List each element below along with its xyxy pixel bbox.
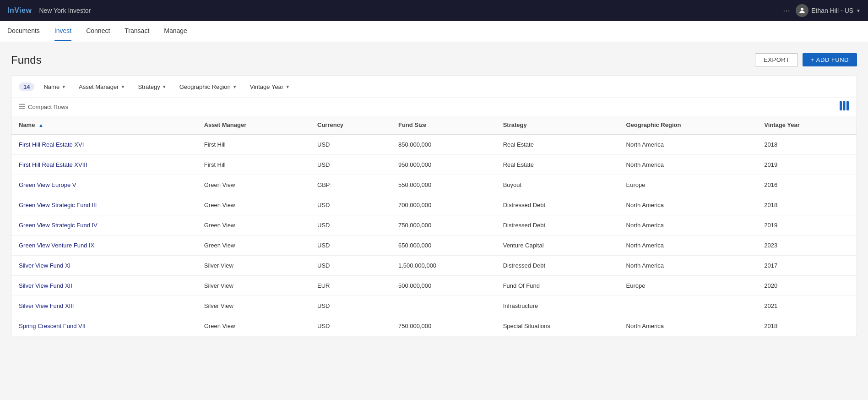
col-header-fund-size[interactable]: Fund Size <box>391 116 496 134</box>
cell-strategy: Buyout <box>496 175 619 195</box>
filter-asset-manager[interactable]: Asset Manager ▼ <box>75 82 129 92</box>
client-name: New York Investor <box>39 7 91 14</box>
cell-fund-size <box>391 296 496 316</box>
page-title: Funds <box>11 54 42 66</box>
page-header: Funds EXPORT + ADD FUND <box>11 53 857 66</box>
cell-geographic-region: North America <box>619 215 757 236</box>
cell-strategy: Special Situations <box>496 316 619 336</box>
svg-rect-3 <box>19 108 25 109</box>
col-header-geographic-region[interactable]: Geographic Region <box>619 116 757 134</box>
filter-name[interactable]: Name ▼ <box>40 82 70 92</box>
cell-vintage-year: 2018 <box>757 316 857 336</box>
cell-strategy: Distressed Debt <box>496 215 619 236</box>
cell-currency: USD <box>310 215 391 236</box>
cell-vintage-year: 2020 <box>757 276 857 296</box>
funds-table-container: Name ▲ Asset Manager Currency Fund Size … <box>11 116 857 336</box>
nav-item-manage[interactable]: Manage <box>164 22 187 41</box>
cell-name[interactable]: Silver View Fund XIII <box>11 296 197 316</box>
cell-strategy: Fund Of Fund <box>496 276 619 296</box>
name-sort-icon: ▲ <box>38 122 43 128</box>
col-header-name[interactable]: Name ▲ <box>11 116 197 134</box>
cell-currency: USD <box>310 134 391 155</box>
cell-currency: USD <box>310 236 391 256</box>
cell-currency: EUR <box>310 276 391 296</box>
svg-rect-2 <box>19 106 25 107</box>
brand-logo[interactable]: InView <box>7 6 32 15</box>
cell-name[interactable]: Green View Strategic Fund IV <box>11 215 197 236</box>
user-info[interactable]: Ethan Hill - US ▼ <box>796 4 861 17</box>
nav-left: InView New York Investor <box>7 6 91 15</box>
grid-icon[interactable]: ⋯ <box>783 6 790 15</box>
cell-fund-size: 750,000,000 <box>391 316 496 336</box>
nav-item-invest[interactable]: Invest <box>54 22 71 41</box>
add-fund-button[interactable]: + ADD FUND <box>803 53 857 66</box>
cell-vintage-year: 2019 <box>757 155 857 175</box>
cell-strategy: Distressed Debt <box>496 256 619 276</box>
cell-vintage-year: 2019 <box>757 215 857 236</box>
cell-name[interactable]: Silver View Fund XI <box>11 256 197 276</box>
cell-currency: USD <box>310 316 391 336</box>
table-row: Green View Venture Fund IX Green View US… <box>11 236 857 256</box>
cell-name[interactable]: Green View Strategic Fund III <box>11 195 197 215</box>
cell-name[interactable]: Spring Crescent Fund VII <box>11 316 197 336</box>
col-header-vintage-year[interactable]: Vintage Year <box>757 116 857 134</box>
cell-vintage-year: 2023 <box>757 236 857 256</box>
cell-asset-manager: Green View <box>197 215 310 236</box>
cell-name[interactable]: Green View Europe V <box>11 175 197 195</box>
cell-asset-manager: Green View <box>197 175 310 195</box>
cell-fund-size: 1,500,000,000 <box>391 256 496 276</box>
compact-rows-toggle[interactable]: Compact Rows <box>19 103 68 111</box>
cell-strategy: Infrastructure <box>496 296 619 316</box>
col-header-asset-manager[interactable]: Asset Manager <box>197 116 310 134</box>
cell-geographic-region: Europe <box>619 175 757 195</box>
record-count: 14 <box>19 82 34 91</box>
svg-point-0 <box>801 8 803 11</box>
cell-currency: USD <box>310 256 391 276</box>
table-row: Silver View Fund XII Silver View EUR 500… <box>11 276 857 296</box>
cell-fund-size: 850,000,000 <box>391 134 496 155</box>
cell-fund-size: 700,000,000 <box>391 195 496 215</box>
cell-name[interactable]: Green View Venture Fund IX <box>11 236 197 256</box>
table-row: Spring Crescent Fund VII Green View USD … <box>11 316 857 336</box>
cell-vintage-year: 2018 <box>757 134 857 155</box>
cell-asset-manager: Silver View <box>197 256 310 276</box>
cell-name[interactable]: Silver View Fund XII <box>11 276 197 296</box>
table-row: Silver View Fund XIII Silver View USD In… <box>11 296 857 316</box>
table-header-row: Name ▲ Asset Manager Currency Fund Size … <box>11 116 857 134</box>
asset-manager-filter-chevron-icon: ▼ <box>121 84 125 89</box>
cell-currency: USD <box>310 296 391 316</box>
svg-rect-4 <box>840 101 842 110</box>
cell-asset-manager: Green View <box>197 236 310 256</box>
compact-rows-icon <box>19 103 25 111</box>
cell-geographic-region: North America <box>619 316 757 336</box>
nav-item-documents[interactable]: Documents <box>7 22 40 41</box>
geographic-region-filter-chevron-icon: ▼ <box>233 84 237 89</box>
svg-rect-6 <box>846 101 849 110</box>
col-header-strategy[interactable]: Strategy <box>496 116 619 134</box>
table-row: First Hill Real Estate XVI First Hill US… <box>11 134 857 155</box>
filter-strategy[interactable]: Strategy ▼ <box>134 82 170 92</box>
filter-vintage-year[interactable]: Vintage Year ▼ <box>246 82 293 92</box>
options-bar: Compact Rows <box>11 98 857 116</box>
cell-asset-manager: Silver View <box>197 276 310 296</box>
page-content: Funds EXPORT + ADD FUND 14 Name ▼ Asset … <box>0 42 868 347</box>
cell-vintage-year: 2016 <box>757 175 857 195</box>
column-view-toggle-icon[interactable] <box>839 101 849 113</box>
col-header-currency[interactable]: Currency <box>310 116 391 134</box>
nav-item-transact[interactable]: Transact <box>125 22 149 41</box>
svg-rect-1 <box>19 104 25 105</box>
cell-geographic-region: Europe <box>619 276 757 296</box>
cell-strategy: Venture Capital <box>496 236 619 256</box>
export-button[interactable]: EXPORT <box>755 53 798 66</box>
secondary-navigation: Documents Invest Connect Transact Manage <box>0 21 868 42</box>
cell-vintage-year: 2021 <box>757 296 857 316</box>
cell-name[interactable]: First Hill Real Estate XVIII <box>11 155 197 175</box>
nav-item-connect[interactable]: Connect <box>86 22 110 41</box>
filter-geographic-region[interactable]: Geographic Region ▼ <box>176 82 241 92</box>
cell-name[interactable]: First Hill Real Estate XVI <box>11 134 197 155</box>
svg-rect-5 <box>843 101 846 110</box>
user-chevron-icon[interactable]: ▼ <box>856 8 861 13</box>
user-name: Ethan Hill - US <box>811 7 853 14</box>
funds-table: Name ▲ Asset Manager Currency Fund Size … <box>11 116 857 336</box>
cell-asset-manager: Silver View <box>197 296 310 316</box>
